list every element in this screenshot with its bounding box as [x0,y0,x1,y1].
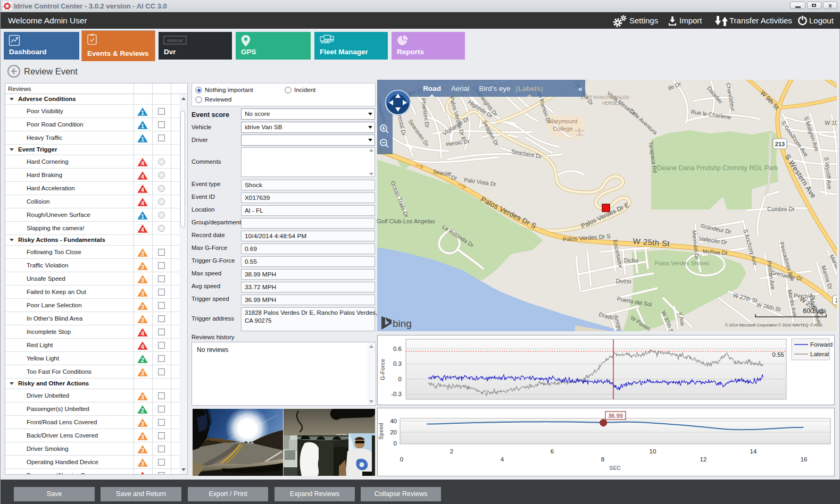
svg-text:16: 16 [801,456,808,463]
svg-text:1: 1 [141,110,144,116]
svg-text:3: 3 [141,290,144,297]
svg-text:4: 4 [141,187,144,193]
svg-text:3: 3 [141,434,144,440]
svg-text:2: 2 [835,298,837,304]
svg-text:2: 2 [141,407,144,414]
svg-text:0.3: 0.3 [393,360,402,367]
svg-text:VERDES: VERDES [602,100,621,106]
svg-text:3: 3 [141,304,144,310]
svg-text:4: 4 [141,330,144,337]
svg-text:4: 4 [141,173,144,180]
svg-text:«: « [578,85,583,93]
svg-text:213: 213 [775,141,785,147]
svg-text:EAST RANCHO PALOS: EAST RANCHO PALOS [580,95,629,100]
svg-text:0: 0 [400,456,403,463]
svg-text:Aerial: Aerial [451,85,470,93]
svg-text:0.6: 0.6 [393,346,402,352]
svg-text:2: 2 [141,357,144,363]
svg-text:bing: bing [393,318,412,329]
svg-text:Bird's eye: Bird's eye [479,85,511,93]
svg-text:12: 12 [700,456,707,463]
svg-text:1: 1 [141,123,144,129]
svg-text:4: 4 [141,343,144,350]
svg-text:1: 1 [141,136,144,142]
svg-text:© 2010 NAVTEQ: © 2010 NAVTEQ [778,323,809,327]
svg-text:|: | [515,85,517,93]
svg-text:6: 6 [551,448,554,455]
svg-text:4: 4 [141,200,144,206]
svg-text:Marymount: Marymount [548,118,577,124]
svg-text:Cumbre Dr: Cumbre Dr [767,206,795,212]
svg-text:Speed: Speed [378,423,384,440]
svg-text:3: 3 [141,421,144,427]
svg-text:3: 3 [141,460,144,467]
svg-text:Forward: Forward [810,341,833,348]
svg-text:3: 3 [141,370,144,376]
svg-text:Dicha: Dicha [624,257,638,264]
svg-text:3: 3 [141,277,144,283]
svg-text:40: 40 [390,418,397,424]
svg-text:1: 1 [141,213,144,220]
svg-text:36.99: 36.99 [608,413,623,419]
svg-text:3: 3 [141,250,144,257]
svg-text:4: 4 [501,456,504,463]
svg-text:3: 3 [141,447,144,453]
svg-text:10: 10 [650,448,656,455]
svg-text:SEC: SEC [609,465,621,471]
svg-text:3: 3 [141,264,144,270]
svg-text:W 10t: W 10t [825,120,837,126]
svg-text:3: 3 [141,394,144,400]
svg-text:College: College [553,125,572,132]
svg-text:Golf Club-Los Angelas: Golf Club-Los Angelas [377,218,435,224]
svg-text:4: 4 [141,160,144,166]
svg-text:8: 8 [601,456,604,463]
svg-text:Palos Verdes Shores: Palos Verdes Shores [655,260,710,266]
svg-text:0: 0 [398,376,402,382]
svg-text:20: 20 [390,429,397,435]
svg-text:2: 2 [450,448,453,455]
svg-text:Labels: Labels [518,85,541,93]
svg-text:© AND: © AND [810,323,823,327]
svg-text:Road: Road [423,85,441,93]
svg-text:0: 0 [394,440,397,447]
svg-text:G-Force: G-Force [379,359,386,380]
svg-text:-0.3: -0.3 [391,391,402,397]
svg-text:14: 14 [750,448,757,455]
svg-text:0.55: 0.55 [772,351,784,358]
svg-text:Lateral: Lateral [810,351,829,357]
svg-text:© 2014 Microsoft Corporation: © 2014 Microsoft Corporation [725,323,777,327]
svg-text:600 yds: 600 yds [803,307,826,315]
svg-text:MERGE: MERGE [167,38,183,43]
svg-text:4: 4 [141,226,144,233]
svg-text:Divino: Divino [616,278,631,284]
svg-text:3: 3 [141,317,144,323]
svg-text:4: 4 [141,474,144,475]
svg-text:Deane Dana Frndshp Cmmnty RGL: Deane Dana Frndshp Cmmnty RGL Park [657,164,778,172]
svg-text:|: | [541,85,543,93]
